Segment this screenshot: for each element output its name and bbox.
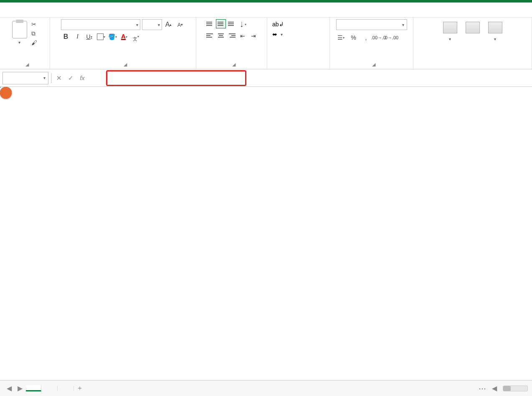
format-painter-icon[interactable]: 🖌	[31, 39, 40, 46]
copy-icon[interactable]: ⧉	[31, 30, 40, 37]
cell-style-icon	[488, 22, 502, 33]
conditional-format-button[interactable]: ▾	[443, 22, 457, 41]
comma-button[interactable]: ,	[361, 33, 371, 43]
ribbon: ▾ ✂ ⧉ 🖌 ◢ ▾ ▾ A▴ A▾ B I U▾ ▾ 🪣▾	[0, 18, 532, 69]
clipboard-icon	[12, 21, 27, 38]
font-size-select[interactable]: ▾	[142, 19, 162, 30]
increase-font-icon[interactable]: A▴	[164, 20, 174, 30]
decrease-indent-icon[interactable]: ⇤	[238, 31, 248, 41]
name-box[interactable]: ▾	[3, 72, 48, 84]
cancel-formula-icon[interactable]: ✕	[54, 74, 63, 83]
paste-button[interactable]: ▾	[10, 19, 29, 46]
sheet-tab-2[interactable]	[42, 386, 58, 391]
dialog-launcher-icon[interactable]: ◢	[25, 62, 29, 67]
font-color-button[interactable]: A▾	[119, 32, 129, 42]
group-styles: ▾ ▾	[413, 18, 532, 69]
border-button[interactable]: ▾	[96, 32, 106, 42]
cut-icon[interactable]: ✂	[31, 21, 40, 28]
formula-input[interactable]	[89, 72, 529, 84]
scroll-left-icon[interactable]: ◀	[489, 383, 499, 393]
format-table-button[interactable]	[466, 22, 480, 41]
group-clipboard: ▾ ✂ ⧉ 🖌 ◢	[0, 18, 50, 69]
align-left-icon[interactable]	[205, 31, 215, 40]
fx-icon[interactable]: fx	[78, 74, 87, 83]
spill-range-border	[0, 87, 1, 88]
align-center-icon[interactable]	[216, 31, 226, 40]
align-right-icon[interactable]	[227, 31, 237, 40]
increase-decimal-icon[interactable]: .00→.0	[374, 33, 384, 43]
formula-bar: ▾ ✕ ✓ fx	[0, 69, 532, 87]
menu-bar	[0, 3, 532, 18]
italic-button[interactable]: I	[73, 32, 83, 42]
group-font: ▾ ▾ A▴ A▾ B I U▾ ▾ 🪣▾ A▾ 文▾ ◢	[50, 18, 196, 69]
bold-button[interactable]: B	[61, 32, 71, 42]
chevron-down-icon: ▾	[18, 40, 20, 45]
align-top-icon[interactable]	[205, 19, 215, 28]
fill-color-button[interactable]: 🪣▾	[108, 32, 118, 42]
align-middle-icon[interactable]	[216, 19, 226, 28]
wrap-icon: ab↲	[272, 21, 284, 28]
tab-prev-icon[interactable]: ◀	[4, 383, 14, 393]
group-alignment: ⭭▾ ⇤ ⇥ ◢	[196, 18, 267, 69]
merge-icon: ⬌	[272, 31, 277, 38]
annotation-badge-2	[0, 87, 12, 99]
sheet-options-icon[interactable]: ⋯	[479, 384, 486, 393]
horizontal-scrollbar[interactable]	[503, 386, 528, 391]
orientation-button[interactable]: ⭭▾	[238, 19, 248, 29]
sheet-tab-bar: ◀ ▶ ＋ ⋯ ◀	[0, 380, 532, 396]
percent-button[interactable]: %	[349, 33, 359, 43]
tab-next-icon[interactable]: ▶	[15, 383, 25, 393]
currency-button[interactable]: ☰▾	[336, 33, 346, 43]
accept-formula-icon[interactable]: ✓	[66, 74, 75, 83]
dialog-launcher-icon[interactable]: ◢	[124, 62, 127, 67]
group-wrap: ab↲ ⬌▾	[267, 18, 330, 69]
number-format-select[interactable]: ▾	[336, 19, 407, 30]
sheet-tab-3[interactable]	[58, 386, 74, 391]
merge-center-button[interactable]: ⬌▾	[271, 29, 325, 39]
increase-indent-icon[interactable]: ⇥	[248, 31, 258, 41]
worksheet-grid[interactable]	[0, 87, 532, 379]
conditional-format-icon	[443, 22, 457, 33]
decrease-decimal-icon[interactable]: .0→.00	[386, 33, 396, 43]
dialog-launcher-icon[interactable]: ◢	[372, 62, 375, 67]
wrap-text-button[interactable]: ab↲	[271, 19, 325, 29]
cell-styles-button[interactable]: ▾	[488, 22, 502, 41]
group-number: ▾ ☰▾ % , .00→.0 .0→.00 ◢	[330, 18, 413, 69]
font-name-select[interactable]: ▾	[61, 19, 140, 30]
dialog-launcher-icon[interactable]: ◢	[232, 62, 236, 67]
decrease-font-icon[interactable]: A▾	[175, 20, 185, 30]
table-format-icon	[466, 22, 480, 33]
underline-button[interactable]: U▾	[84, 32, 94, 42]
phonetic-button[interactable]: 文▾	[131, 32, 141, 42]
align-bottom-icon[interactable]	[227, 19, 237, 28]
sheet-tab-1[interactable]	[26, 385, 41, 391]
add-sheet-icon[interactable]: ＋	[75, 383, 85, 393]
